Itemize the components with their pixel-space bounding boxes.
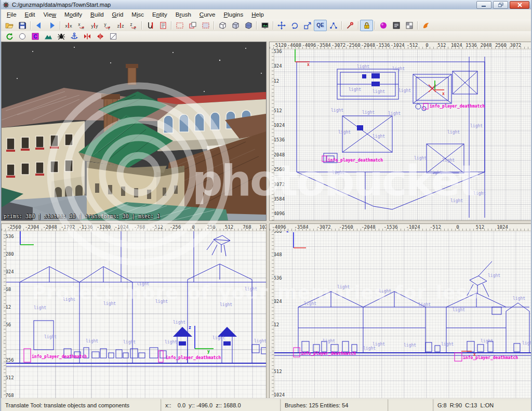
- cube-textured-button[interactable]: [242, 20, 255, 31]
- menu-plugins[interactable]: Plugins: [220, 10, 248, 19]
- perspective-scene: [2, 42, 266, 220]
- qe-toggle-button[interactable]: QE: [314, 20, 327, 31]
- top-view-labels: 153610245120-512-1024-1536-2048-2560-307…: [270, 42, 532, 220]
- viewport-front-yz[interactable]: 1536128010247685122560-256-512-768lightl…: [1, 223, 267, 399]
- horizontal-splitter[interactable]: [1, 221, 532, 223]
- entity-sphere-button[interactable]: [377, 20, 390, 31]
- cube-solid-button[interactable]: [229, 20, 242, 31]
- light-label: light: [513, 297, 525, 301]
- entity-label: info_player_deathmatch: [463, 356, 518, 360]
- refresh-button[interactable]: [3, 31, 16, 42]
- rotate-tool-button[interactable]: [288, 20, 301, 31]
- vertical-splitter[interactable]: [267, 42, 269, 399]
- translate-tool-button[interactable]: [275, 20, 288, 31]
- light-label: light: [441, 342, 454, 347]
- ruler-label: -4096: [302, 43, 316, 48]
- light-label: light: [337, 285, 350, 289]
- scale-tool-button[interactable]: [301, 20, 314, 31]
- flip-z-button[interactable]: zz: [114, 20, 127, 31]
- transparency-checker-icon: [405, 21, 414, 30]
- minimize-button[interactable]: [476, 1, 491, 9]
- light-label: light: [447, 130, 460, 135]
- save-button[interactable]: [16, 20, 29, 31]
- menu-edit[interactable]: Edit: [21, 10, 39, 19]
- entity-label: info_player_deathmatch: [328, 158, 383, 163]
- flip-x-button[interactable]: xx: [62, 20, 75, 31]
- console-log-button[interactable]: [390, 20, 403, 31]
- ruler-label: 0: [192, 224, 194, 230]
- light-label: light: [373, 135, 385, 139]
- toolbar-separator: [171, 21, 171, 30]
- scale-tool-icon: [303, 21, 312, 30]
- svg-text:z: z: [130, 22, 132, 27]
- curve-cap-button[interactable]: C: [29, 31, 42, 42]
- cube-wireframe-button[interactable]: [216, 20, 229, 31]
- ruler-label: -2048: [361, 224, 375, 230]
- no-texture-icon: [109, 32, 117, 41]
- select-region-button[interactable]: [173, 20, 186, 31]
- ruler-label: -3072: [316, 224, 330, 230]
- menu-curve[interactable]: Curve: [195, 10, 220, 19]
- render-view-button[interactable]: [258, 20, 271, 31]
- menu-entity[interactable]: Entity: [148, 10, 171, 19]
- menu-misc[interactable]: Misc: [127, 10, 148, 19]
- restore-button[interactable]: [493, 1, 508, 9]
- transparency-checker-button[interactable]: [403, 20, 416, 31]
- menu-view[interactable]: View: [39, 10, 60, 19]
- light-label: light: [392, 67, 405, 71]
- light-label: light: [331, 109, 343, 113]
- vertex-tool-button[interactable]: [327, 20, 340, 31]
- menu-brush[interactable]: Brush: [171, 10, 195, 19]
- region-box-button[interactable]: [199, 20, 212, 31]
- terrain-button[interactable]: [42, 31, 55, 42]
- csg-hollow-button[interactable]: [156, 20, 169, 31]
- back-button[interactable]: [32, 20, 45, 31]
- rotate-x-button[interactable]: xx: [75, 20, 88, 31]
- csg-subtract-button[interactable]: [143, 20, 156, 31]
- side-view-ruler-x: -4096-3584-3072-2560-2048-1536-1024-5120…: [270, 224, 532, 231]
- svg-text:x: x: [65, 23, 68, 29]
- clone-selection-button[interactable]: [186, 20, 199, 31]
- menu-build[interactable]: Build: [86, 10, 108, 19]
- close-button[interactable]: [510, 1, 529, 9]
- menu-modify[interactable]: Modify: [60, 10, 86, 19]
- light-label: light: [453, 308, 465, 312]
- menu-grid[interactable]: Grid: [108, 10, 128, 19]
- menu-file[interactable]: File: [3, 10, 21, 19]
- forward-icon: [48, 21, 56, 30]
- lock-selection-icon: [363, 21, 371, 30]
- light-label: light: [481, 339, 493, 343]
- status-bar: Translate Tool: translate objects and co…: [1, 399, 532, 411]
- svg-text:C: C: [33, 34, 37, 39]
- rotate-x-icon: xx: [77, 21, 86, 30]
- magic-wand-button[interactable]: [343, 20, 356, 31]
- ruler-label: -768: [134, 224, 145, 230]
- curve-swoosh-button[interactable]: [419, 20, 432, 31]
- select-region-icon: [176, 21, 184, 30]
- anchor-button[interactable]: [68, 31, 81, 42]
- spider-model-button[interactable]: [55, 31, 68, 42]
- polygon-circle-button[interactable]: [16, 31, 29, 42]
- light-label: light: [522, 341, 532, 346]
- no-texture-button[interactable]: [107, 31, 119, 42]
- rotate-y-button[interactable]: yy: [101, 20, 114, 31]
- front-view-ruler-y: [2, 231, 6, 399]
- merge-inward-button[interactable]: [81, 31, 94, 42]
- flip-y-button[interactable]: yy: [88, 20, 101, 31]
- viewport-side-xz[interactable]: 25602048153610245120-512-1024lightlightl…: [269, 223, 532, 399]
- ruler-label: -1024: [114, 224, 128, 230]
- rotate-z-button[interactable]: zz: [127, 20, 140, 31]
- menu-help[interactable]: Help: [247, 10, 268, 19]
- entity-label: info_player_deathmatch: [32, 355, 87, 359]
- open-icon: [5, 21, 14, 30]
- viewport-top-xy[interactable]: 153610245120-512-1024-1536-2048-2560-307…: [269, 42, 532, 221]
- ruler-label: -2048: [43, 224, 57, 230]
- light-label: light: [418, 303, 431, 307]
- lock-selection-button[interactable]: [360, 20, 373, 31]
- light-label: light: [63, 298, 75, 302]
- open-button[interactable]: [3, 20, 16, 31]
- forward-button[interactable]: [45, 20, 58, 31]
- viewport-3d-perspective[interactable]: prims: 380 | states: 30 | transforms: 30…: [1, 42, 267, 221]
- split-outward-button[interactable]: [94, 31, 107, 42]
- axis-label: x: [307, 63, 310, 67]
